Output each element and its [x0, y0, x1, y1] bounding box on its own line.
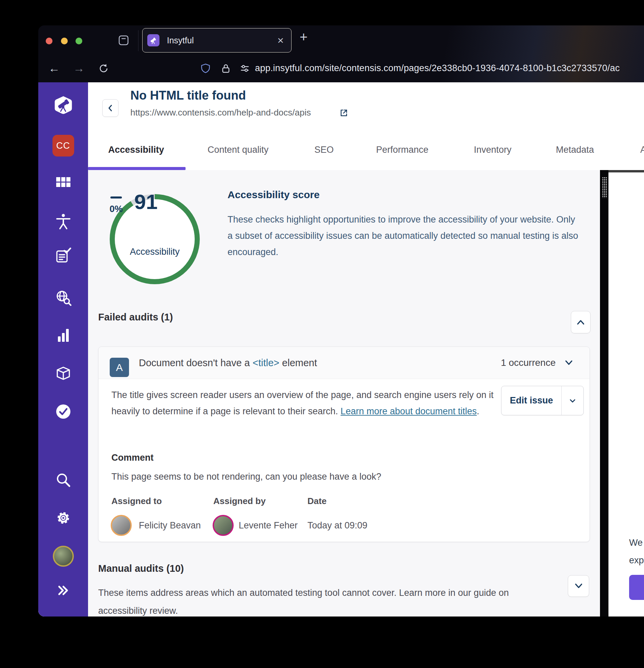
search-icon — [56, 472, 71, 488]
sidebar-item-checks[interactable] — [38, 404, 88, 419]
app-body: CC — [38, 82, 644, 617]
comment-text: This page seems to be not rendering, can… — [111, 472, 381, 482]
sidebar-item-profile[interactable] — [38, 546, 88, 567]
sidebar-item-audits[interactable] — [38, 248, 88, 264]
insytful-logo-icon[interactable] — [38, 95, 88, 116]
tab-seo[interactable]: SEO — [314, 133, 334, 167]
learn-more-link[interactable]: Learn more about document titles — [341, 406, 477, 416]
edit-issue-button[interactable]: Edit issue — [502, 386, 562, 415]
url-row: ← → — [38, 54, 644, 82]
preview-action-button[interactable] — [629, 575, 644, 600]
user-avatar[interactable] — [53, 546, 74, 567]
sidebar-item-site-switcher[interactable]: CC — [38, 135, 88, 156]
manual-audits-expand-button[interactable] — [568, 575, 589, 597]
browser-tab[interactable]: Insytful × — [142, 28, 292, 52]
main-area: No HTML title found https://www.contensi… — [88, 82, 644, 617]
score-value: 91 — [131, 190, 161, 214]
url-text[interactable]: app.insytful.com/site/contensis.com/page… — [255, 54, 619, 82]
check-circle-icon — [56, 404, 71, 419]
sidebar-item-expand[interactable] — [38, 584, 88, 596]
sidebar-item-settings[interactable] — [38, 510, 88, 526]
preview-text-fragment-1: We — [629, 537, 643, 548]
sidebar-item-accessibility[interactable] — [38, 213, 88, 230]
score-trend-delta: 0% — [104, 204, 128, 214]
tab-content-quality[interactable]: Content quality — [208, 133, 269, 167]
date-label: Date — [307, 496, 326, 506]
audit-card-header[interactable]: A Document doesn't have a <title> elemen… — [98, 347, 589, 379]
occurrence-chevron-down-icon[interactable] — [564, 358, 573, 368]
assigned-to-label: Assigned to — [111, 496, 162, 506]
tab-next-partial[interactable]: A — [640, 133, 644, 167]
occurrence-count: 1 occurrence — [501, 347, 556, 379]
audit-title-code: <title> — [252, 358, 279, 368]
comment-label: Comment — [111, 453, 154, 463]
sidebar-item-apps[interactable] — [38, 177, 88, 188]
assigned-by-name: Levente Feher — [239, 515, 297, 536]
browser-chrome: Insytful × + ← → — [38, 26, 644, 82]
apps-grid-icon — [56, 177, 71, 188]
forward-icon[interactable]: → — [73, 54, 85, 82]
sidebar-item-reports[interactable] — [38, 328, 88, 343]
sidebar-item-packages[interactable] — [38, 366, 88, 381]
active-tab-underline — [88, 167, 186, 170]
score-description: These checks highlight opportunities to … — [228, 211, 580, 260]
page-title: No HTML title found — [131, 88, 246, 103]
back-button[interactable] — [102, 99, 119, 117]
report-content: 0% 91 Accessibility Accessibility score … — [88, 170, 600, 617]
tab-title: Insytful — [167, 35, 277, 45]
globe-search-icon — [55, 290, 72, 306]
assigned-to-name: Felicity Beavan — [139, 515, 201, 536]
tab-metadata[interactable]: Metadata — [556, 133, 594, 167]
failed-audits-collapse-button[interactable] — [571, 311, 591, 333]
insytful-favicon-telescope-icon — [147, 34, 159, 46]
drag-grip-icon[interactable] — [602, 177, 607, 198]
reload-icon[interactable] — [98, 54, 109, 82]
audit-description: The title gives screen reader users an o… — [111, 387, 496, 419]
new-tab-icon[interactable]: + — [300, 29, 307, 45]
chevron-left-icon — [107, 104, 114, 112]
failed-audits-heading: Failed audits (1) — [98, 312, 173, 323]
audit-level-badge: A — [110, 358, 129, 377]
maximize-window-button[interactable] — [76, 37, 82, 44]
external-link-icon[interactable] — [339, 108, 348, 119]
page-header: No HTML title found https://www.contensi… — [88, 82, 644, 133]
tracking-shield-icon[interactable] — [201, 54, 210, 82]
date-value: Today at 09:09 — [307, 515, 367, 536]
package-icon — [56, 366, 71, 381]
tab-performance[interactable]: Performance — [376, 133, 429, 167]
back-icon[interactable]: ← — [48, 54, 60, 82]
permissions-icon[interactable] — [240, 54, 249, 82]
preview-card: We exp — [609, 170, 644, 607]
close-tab-icon[interactable]: × — [277, 35, 284, 46]
score-trend-dash — [110, 196, 122, 198]
double-chevron-right-icon — [57, 584, 70, 596]
audit-title: Document doesn't have a <title> element — [139, 347, 317, 379]
audit-edit-icon — [55, 248, 72, 264]
tab-accessibility[interactable]: Accessibility — [108, 133, 164, 167]
audit-title-post: element — [279, 358, 317, 368]
cc-site-badge[interactable]: CC — [52, 135, 74, 156]
sidebar-item-search[interactable] — [38, 472, 88, 488]
manual-audits-description: These items address areas which an autom… — [98, 584, 533, 617]
assigned-by-avatar — [213, 515, 234, 536]
sidebar: CC — [38, 82, 88, 617]
minimize-window-button[interactable] — [61, 37, 68, 44]
bar-chart-icon — [56, 328, 71, 343]
report-tab-bar: Accessibility Content quality SEO Perfor… — [88, 133, 644, 170]
score-gauge-label: Accessibility — [110, 247, 200, 257]
failed-audit-card: A Document doesn't have a <title> elemen… — [98, 347, 590, 542]
chevron-down-icon — [574, 583, 583, 589]
tab-overview-icon[interactable] — [118, 34, 129, 48]
close-window-button[interactable] — [46, 37, 52, 44]
assigned-to-avatar — [111, 515, 132, 536]
edit-issue-dropdown-button[interactable] — [562, 386, 583, 415]
browser-window: Insytful × + ← → — [38, 26, 644, 617]
tab-inventory[interactable]: Inventory — [474, 133, 511, 167]
chrome-separator — [138, 30, 138, 51]
lock-icon[interactable] — [221, 54, 231, 82]
sidebar-item-site-scan[interactable] — [38, 290, 88, 306]
audited-page-url[interactable]: https://www.contensis.com/help-and-docs/… — [131, 107, 311, 118]
assigned-by-label: Assigned by — [213, 496, 266, 506]
chevron-down-icon — [569, 397, 576, 405]
preview-resize-divider[interactable] — [600, 170, 609, 617]
